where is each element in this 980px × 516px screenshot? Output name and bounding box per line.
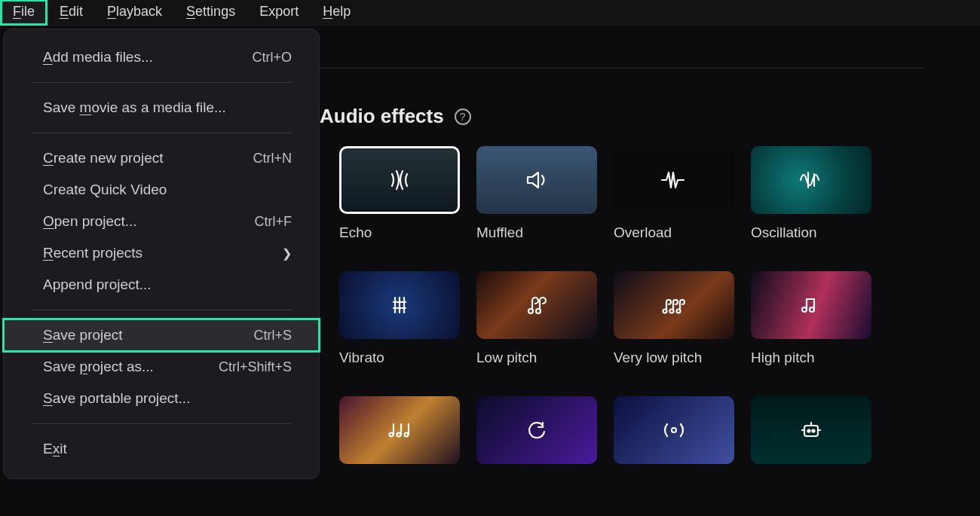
menu-item-label: Save movie as a media file...	[43, 99, 226, 116]
robot-icon	[798, 417, 825, 444]
help-icon[interactable]: ?	[455, 108, 471, 125]
muffled-icon	[523, 166, 550, 194]
effect-thumbnail[interactable]	[614, 271, 734, 339]
effect-label: Overload	[614, 224, 734, 241]
menu-item-label: Save portable project...	[43, 390, 190, 407]
verylowpitch-icon	[660, 292, 688, 319]
effect-card-echo[interactable]: Echo	[339, 146, 460, 241]
overload-icon	[660, 166, 688, 194]
menu-item-label: Exit	[43, 441, 67, 457]
menu-help[interactable]: Help	[311, 1, 363, 24]
file-menu-save-project[interactable]: Save projectCtrl+S	[4, 319, 319, 351]
menu-file[interactable]: File	[0, 0, 47, 26]
menu-item-shortcut: Ctrl+Shift+S	[219, 359, 292, 375]
menu-item-label: Create Quick Video	[43, 182, 167, 198]
menu-item-shortcut: Ctrl+N	[253, 151, 292, 166]
effect-thumbnail[interactable]	[751, 396, 871, 464]
effect-label: Oscillation	[751, 224, 871, 241]
menu-separator	[31, 423, 292, 424]
effect-card-oscillation[interactable]: Oscillation	[751, 146, 871, 241]
effect-label: Vibrato	[339, 350, 460, 366]
file-menu-exit[interactable]: Exit	[4, 433, 319, 465]
effect-card-overload[interactable]: Overload	[614, 146, 734, 241]
menu-separator	[31, 82, 292, 83]
effect-card-vibrato[interactable]: Vibrato	[339, 271, 460, 366]
broadcast-icon	[660, 417, 688, 444]
effect-card-muffled[interactable]: Muffled	[476, 146, 597, 241]
echo-icon	[386, 166, 413, 194]
lowpitch-icon	[523, 292, 550, 319]
effect-label: High pitch	[751, 350, 871, 366]
menu-item-label: Add media files...	[43, 49, 153, 66]
effect-card-refresh[interactable]	[476, 396, 597, 475]
effect-thumbnail[interactable]	[476, 146, 597, 214]
effect-card-robot[interactable]	[751, 396, 871, 475]
menu-item-shortcut: Ctrl+S	[253, 328, 292, 343]
effects-grid: EchoMuffledOverloadOscillationVibratoLow…	[339, 146, 954, 475]
menu-edit[interactable]: Edit	[47, 1, 95, 24]
effect-card-broadcast[interactable]	[614, 396, 734, 475]
file-menu-save-movie-as-a-media-file[interactable]: Save movie as a media file...	[4, 92, 319, 124]
effect-thumbnail[interactable]	[476, 271, 597, 339]
effect-label: Low pitch	[476, 350, 597, 366]
menu-export[interactable]: Export	[247, 1, 311, 24]
file-menu-recent-projects[interactable]: Recent projects❯	[4, 237, 319, 269]
menu-item-label: Append project...	[43, 276, 152, 293]
menu-item-label: Create new project	[43, 150, 163, 166]
menu-item-label: Recent projects	[43, 245, 142, 261]
effect-thumbnail[interactable]	[476, 396, 597, 464]
menu-separator	[31, 133, 292, 133]
file-menu-create-quick-video[interactable]: Create Quick Video	[4, 174, 319, 206]
effect-card-high-pitch[interactable]: High pitch	[751, 271, 871, 366]
effect-card-very-low-pitch[interactable]: Very low pitch	[614, 271, 734, 366]
oscillation-icon	[798, 166, 825, 194]
menu-item-label: Save project	[43, 327, 123, 343]
section-title: Audio effects	[320, 105, 444, 128]
highpitch-icon	[798, 292, 825, 319]
file-menu-save-portable-project[interactable]: Save portable project...	[4, 383, 319, 414]
file-menu-create-new-project[interactable]: Create new projectCtrl+N	[4, 142, 319, 174]
vibrato-icon	[386, 292, 413, 319]
menu-item-shortcut: Ctrl+F	[255, 214, 292, 230]
effect-card-low-pitch[interactable]: Low pitch	[476, 271, 597, 366]
file-menu-append-project[interactable]: Append project...	[4, 269, 319, 301]
menu-settings[interactable]: Settings	[174, 1, 247, 24]
menu-item-label: Open project...	[43, 213, 137, 230]
effect-card-highpitch2[interactable]	[339, 396, 460, 475]
effect-thumbnail[interactable]	[339, 146, 460, 214]
file-menu-open-project[interactable]: Open project...Ctrl+F	[4, 206, 319, 237]
effect-thumbnail[interactable]	[339, 271, 460, 339]
effect-thumbnail[interactable]	[751, 271, 871, 339]
file-menu-add-media-files[interactable]: Add media files...Ctrl+O	[4, 41, 319, 73]
file-menu-save-project-as[interactable]: Save project as...Ctrl+Shift+S	[4, 351, 319, 383]
menu-item-label: Save project as...	[43, 359, 154, 375]
effect-label: Muffled	[476, 224, 597, 241]
menu-separator	[31, 310, 292, 310]
file-menu-dropdown: Add media files...Ctrl+OSave movie as a …	[3, 29, 320, 479]
refresh-icon	[523, 417, 550, 444]
section-header: Audio effects ?	[320, 105, 954, 128]
effect-thumbnail[interactable]	[339, 396, 460, 464]
effect-label: Very low pitch	[614, 350, 734, 366]
menu-item-shortcut: Ctrl+O	[252, 50, 292, 66]
menu-bar: FileEditPlaybackSettingsExportHelp	[0, 0, 980, 26]
effect-thumbnail[interactable]	[614, 146, 734, 214]
effect-label: Echo	[339, 224, 460, 241]
highpitch2-icon	[386, 417, 413, 444]
effect-thumbnail[interactable]	[614, 396, 734, 464]
chevron-right-icon: ❯	[282, 246, 292, 261]
menu-playback[interactable]: Playback	[95, 1, 174, 24]
effect-thumbnail[interactable]	[751, 146, 871, 214]
